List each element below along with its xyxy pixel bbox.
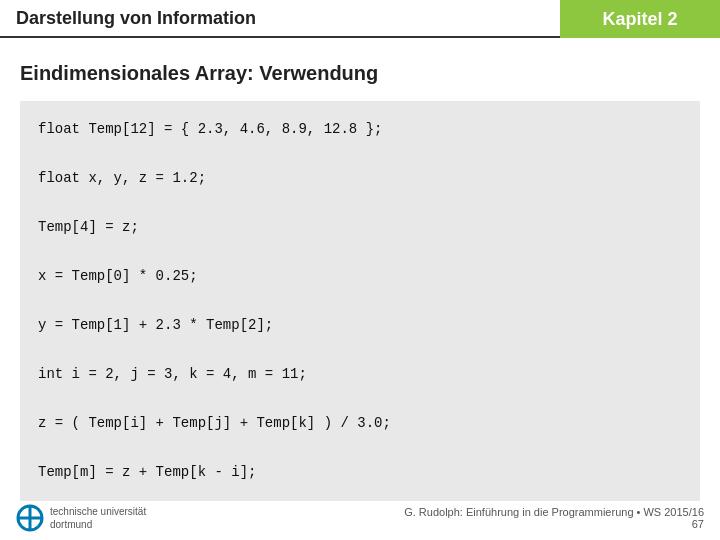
footer-text: G. Rudolph: Einführung in die Programmie… bbox=[404, 506, 704, 518]
code-line bbox=[38, 191, 682, 216]
header-chapter: Kapitel 2 bbox=[560, 0, 720, 38]
code-line bbox=[38, 436, 682, 461]
chapter-label: Kapitel 2 bbox=[602, 9, 677, 30]
code-line: x = Temp[0] * 0.25; bbox=[38, 264, 682, 289]
code-line bbox=[38, 240, 682, 265]
header: Darstellung von Information Kapitel 2 bbox=[0, 0, 720, 38]
tu-logo: technische universität dortmund bbox=[16, 504, 146, 532]
header-title: Darstellung von Information bbox=[0, 0, 560, 38]
code-line bbox=[38, 387, 682, 412]
header-title-text: Darstellung von Information bbox=[16, 8, 256, 29]
code-line: Temp[4] = z; bbox=[38, 215, 682, 240]
code-line: int i = 2, j = 3, k = 4, m = 11; bbox=[38, 362, 682, 387]
code-line bbox=[38, 142, 682, 167]
code-line bbox=[38, 289, 682, 314]
footer: G. Rudolph: Einführung in die Programmie… bbox=[404, 506, 704, 530]
code-line: Temp[m] = z + Temp[k - i]; bbox=[38, 460, 682, 485]
code-block: float Temp[12] = { 2.3, 4.6, 8.9, 12.8 }… bbox=[20, 101, 700, 501]
page-number: 67 bbox=[692, 518, 704, 530]
code-line bbox=[38, 338, 682, 363]
tu-location: dortmund bbox=[50, 519, 92, 530]
code-line: z = ( Temp[i] + Temp[j] + Temp[k] ) / 3.… bbox=[38, 411, 682, 436]
main-content: Eindimensionales Array: Verwendung float… bbox=[0, 38, 720, 511]
slide-title: Eindimensionales Array: Verwendung bbox=[20, 62, 700, 85]
code-line: float Temp[12] = { 2.3, 4.6, 8.9, 12.8 }… bbox=[38, 117, 682, 142]
tu-text: technische universität dortmund bbox=[50, 505, 146, 531]
tu-logo-icon bbox=[16, 504, 44, 532]
code-line: y = Temp[1] + 2.3 * Temp[2]; bbox=[38, 313, 682, 338]
code-line: float x, y, z = 1.2; bbox=[38, 166, 682, 191]
tu-name: technische universität bbox=[50, 506, 146, 517]
